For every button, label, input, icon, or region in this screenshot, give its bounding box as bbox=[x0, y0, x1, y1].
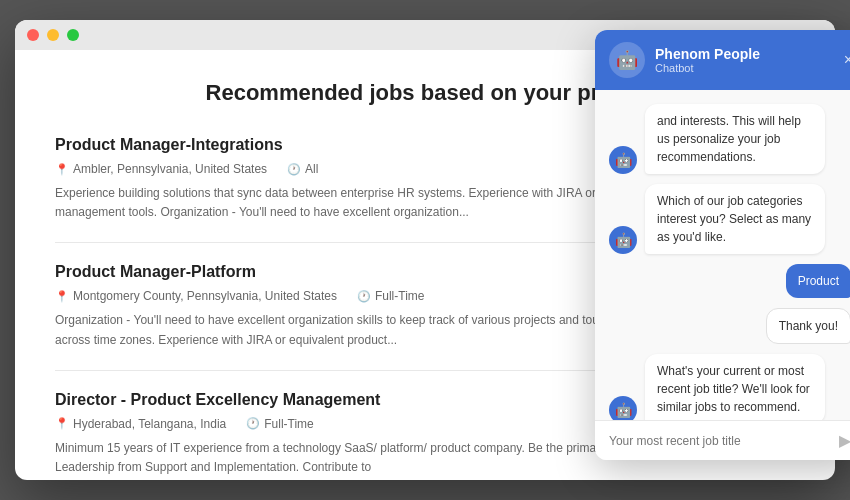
message-row-5: 🤖 What's your current or most recent job… bbox=[609, 354, 850, 420]
location-icon-3: 📍 bbox=[55, 417, 69, 430]
chatbot-name: Phenom People bbox=[655, 46, 760, 62]
chatbot-avatar: 🤖 bbox=[609, 42, 645, 78]
location-1: 📍 Ambler, Pennsylvania, United States bbox=[55, 162, 267, 176]
chatbot-messages: 🤖 and interests. This will help us perso… bbox=[595, 90, 850, 420]
message-row-2: 🤖 Which of our job categories interest y… bbox=[609, 184, 850, 254]
bot-message-2: Which of our job categories interest you… bbox=[645, 184, 825, 254]
mac-window: Recommended jobs based on your profile P… bbox=[15, 20, 835, 480]
type-3: 🕐 Full-Time bbox=[246, 417, 314, 431]
type-2: 🕐 Full-Time bbox=[357, 289, 425, 303]
location-icon-1: 📍 bbox=[55, 163, 69, 176]
chatbot-info: Phenom People Chatbot bbox=[655, 46, 760, 74]
chatbot-close-button[interactable]: × bbox=[844, 51, 850, 69]
bot-avatar-2: 🤖 bbox=[609, 226, 637, 254]
bot-avatar-1: 🤖 bbox=[609, 146, 637, 174]
message-row-1: 🤖 and interests. This will help us perso… bbox=[609, 104, 850, 174]
location-3: 📍 Hyderabad, Telangana, India bbox=[55, 417, 226, 431]
maximize-button[interactable] bbox=[67, 29, 79, 41]
location-icon-2: 📍 bbox=[55, 290, 69, 303]
send-icon[interactable]: ▶ bbox=[839, 431, 850, 450]
message-row-3: Product bbox=[609, 264, 850, 298]
time-icon-1: 🕐 bbox=[287, 163, 301, 176]
location-2: 📍 Montgomery County, Pennsylvania, Unite… bbox=[55, 289, 337, 303]
type-1: 🕐 All bbox=[287, 162, 318, 176]
chatbot-widget: 🤖 Phenom People Chatbot × 🤖 and interest… bbox=[595, 30, 850, 460]
chatbot-input-field[interactable] bbox=[609, 434, 831, 448]
user-message-thankyou: Thank you! bbox=[766, 308, 850, 344]
minimize-button[interactable] bbox=[47, 29, 59, 41]
bot-message-5: What's your current or most recent job t… bbox=[645, 354, 825, 420]
chatbot-header: 🤖 Phenom People Chatbot × bbox=[595, 30, 850, 90]
user-message-product[interactable]: Product bbox=[786, 264, 850, 298]
chatbot-input-area: ▶ bbox=[595, 420, 850, 460]
bot-message-1: and interests. This will help us persona… bbox=[645, 104, 825, 174]
bot-avatar-5: 🤖 bbox=[609, 396, 637, 420]
time-icon-3: 🕐 bbox=[246, 417, 260, 430]
time-icon-2: 🕐 bbox=[357, 290, 371, 303]
message-row-4: Thank you! bbox=[609, 308, 850, 344]
close-button[interactable] bbox=[27, 29, 39, 41]
chatbot-subtitle: Chatbot bbox=[655, 62, 760, 74]
